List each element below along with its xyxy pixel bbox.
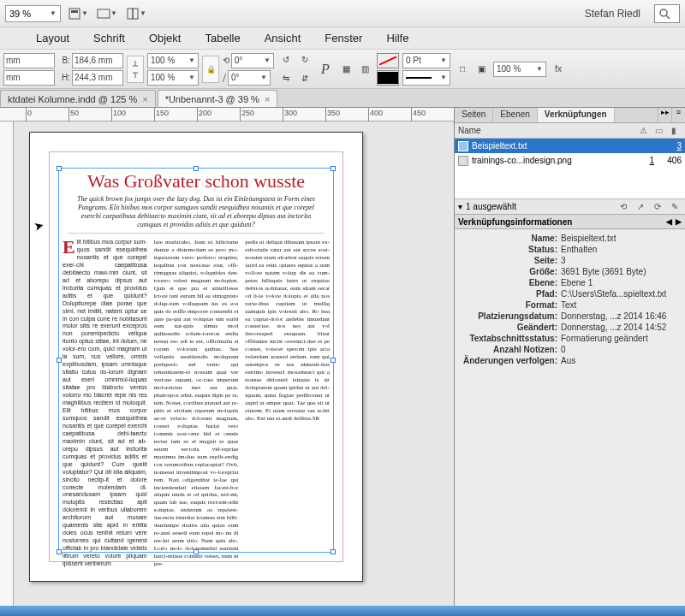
- info-value: Beispieltext.txt: [561, 234, 682, 243]
- x-unit-field[interactable]: mm: [3, 53, 55, 68]
- info-row: Platzierungsdatum:Donnerstag, ...z 2014 …: [458, 311, 682, 322]
- arrange-button[interactable]: ▼: [124, 3, 148, 24]
- container-align-button[interactable]: ▦: [337, 61, 354, 78]
- y-unit-field[interactable]: mm: [3, 70, 55, 86]
- flip-h-button[interactable]: ⇋: [277, 70, 295, 87]
- fill-swatch[interactable]: [377, 53, 399, 68]
- panel-menu-icon[interactable]: ≡: [671, 108, 685, 122]
- info-key: Seite:: [458, 256, 561, 265]
- tab-ebenen[interactable]: Ebenen: [493, 108, 537, 122]
- link-row-selected[interactable]: Beispieltext.txt 3: [455, 139, 685, 153]
- width-field[interactable]: 184,6 mm: [72, 53, 123, 68]
- menu-fenster[interactable]: Fenster: [316, 28, 371, 48]
- horizontal-ruler[interactable]: 050100150200250300350400450500: [0, 108, 454, 121]
- windows-taskbar[interactable]: [0, 606, 685, 616]
- column-2: late mudacabo. Itam ut hilictume duntar …: [154, 239, 239, 568]
- resize-handle[interactable]: [331, 549, 336, 554]
- close-icon[interactable]: ×: [265, 94, 270, 104]
- rotate-ccw-button[interactable]: ↺: [277, 51, 295, 68]
- shear-field[interactable]: 0°▼: [228, 70, 271, 86]
- info-value: Donnerstag, ...z 2014 16:46: [561, 311, 682, 321]
- svg-point-5: [660, 9, 667, 16]
- warning-column-icon[interactable]: ⚠: [635, 126, 651, 135]
- rotate-cw-button[interactable]: ↻: [296, 51, 313, 68]
- scale-lock-button[interactable]: 🔒: [202, 56, 219, 83]
- content-align-button[interactable]: ▥: [356, 61, 373, 78]
- close-icon[interactable]: ×: [142, 94, 147, 104]
- link-info-header[interactable]: Verknüpfungsinformationen ◀ ▶: [455, 214, 685, 229]
- stroke-style-field[interactable]: ▼: [402, 70, 450, 86]
- resize-handle[interactable]: [57, 166, 62, 171]
- height-label: H:: [58, 73, 70, 82]
- link-row[interactable]: trainings-co...indesign.png 1 406: [455, 153, 685, 168]
- menu-layout[interactable]: Layout: [27, 28, 78, 48]
- fx-button[interactable]: fx: [550, 61, 567, 78]
- info-key: Anzahl Notizen:: [458, 345, 561, 354]
- effects-button[interactable]: □: [454, 61, 471, 78]
- info-row: Geändert:Donnerstag, ...z 2014 14:52: [458, 322, 682, 333]
- user-name-label: Stefan Riedl: [585, 8, 640, 20]
- vertical-ruler[interactable]: [0, 121, 14, 616]
- zoom-level-dropdown[interactable]: 39 %▼: [5, 5, 61, 22]
- wrap-button[interactable]: ▣: [473, 61, 490, 78]
- page-column-icon[interactable]: ▭: [651, 126, 666, 135]
- edit-original-button[interactable]: ✎: [668, 201, 682, 213]
- panel-tabbar: Seiten Ebenen Verknüpfungen ▸▸ ≡: [455, 108, 685, 123]
- screen-mode-button[interactable]: ▼: [95, 3, 119, 24]
- paragraph-style-button[interactable]: P: [317, 61, 334, 78]
- constrain-proportions-button[interactable]: [127, 56, 144, 83]
- svg-rect-4: [133, 9, 138, 19]
- goto-link-button[interactable]: ↗: [634, 201, 647, 213]
- menu-tabelle[interactable]: Tabelle: [196, 28, 248, 48]
- tab-seiten[interactable]: Seiten: [455, 108, 493, 122]
- opacity-field[interactable]: 100 %▼: [493, 62, 546, 77]
- update-link-button[interactable]: ⟳: [651, 201, 664, 213]
- scale-y-field[interactable]: 100 %▼: [147, 70, 199, 86]
- info-value: Formatierung geändert: [561, 334, 682, 343]
- view-options-button[interactable]: ▼: [66, 3, 90, 24]
- flip-v-button[interactable]: ⇵: [296, 70, 313, 87]
- menu-edit[interactable]: [3, 35, 21, 42]
- doctab-unbenannt[interactable]: *Unbenannt-3 @ 39 %×: [158, 90, 278, 107]
- prev-link-button[interactable]: ◀: [666, 217, 672, 226]
- menu-schrift[interactable]: Schrift: [85, 28, 134, 48]
- doctab-kolumne[interactable]: ktdatei Kolumne.indd @ 125 %×: [0, 90, 156, 107]
- height-field[interactable]: 244,3 mm: [72, 70, 123, 86]
- menu-objekt[interactable]: Objekt: [140, 28, 190, 48]
- page: Was Großvater schon wusste The quick bro…: [29, 132, 363, 582]
- rotation-field[interactable]: 0°▼: [231, 53, 274, 68]
- column-name-header[interactable]: Name: [458, 126, 481, 135]
- dropcap: E: [63, 239, 77, 255]
- scale-x-field[interactable]: 100 %▼: [147, 53, 199, 68]
- info-row: Seite:3: [458, 255, 682, 266]
- search-input[interactable]: [654, 4, 680, 23]
- collapse-icon[interactable]: ▸▸: [658, 108, 671, 122]
- count-column-icon[interactable]: ▮: [666, 126, 682, 135]
- info-value: Donnerstag, ...z 2014 14:52: [561, 323, 682, 332]
- links-list[interactable]: Beispieltext.txt 3 trainings-co...indesi…: [455, 139, 685, 198]
- menu-ansicht[interactable]: Ansicht: [256, 28, 310, 48]
- info-key: Name:: [458, 234, 561, 243]
- menu-hilfe[interactable]: Hilfe: [378, 28, 417, 48]
- resize-handle[interactable]: [194, 166, 199, 171]
- next-link-button[interactable]: ▶: [676, 217, 682, 226]
- chevron-down-icon[interactable]: ▾: [458, 202, 462, 211]
- info-row: Änderungen verfolgen:Aus: [458, 355, 682, 366]
- document-canvas[interactable]: 050100150200250300350400450500 Was Großv…: [0, 108, 454, 616]
- info-row: Anzahl Notizen:0: [458, 344, 682, 355]
- stroke-swatch[interactable]: [377, 70, 399, 86]
- resize-handle[interactable]: [57, 358, 62, 363]
- info-value: Text: [561, 300, 682, 310]
- resize-handle[interactable]: [57, 549, 62, 554]
- relink-button[interactable]: ⟲: [616, 201, 630, 213]
- resize-handle[interactable]: [331, 358, 336, 363]
- app-topbar: 39 %▼ ▼ ▼ ▼ Stefan Riedl: [0, 0, 685, 27]
- stroke-weight-field[interactable]: 0 Pt▼: [402, 53, 450, 68]
- text-frame-selected[interactable]: Was Großvater schon wusste The quick bro…: [58, 168, 334, 553]
- width-label: B:: [58, 56, 70, 65]
- search-icon: [658, 8, 670, 20]
- resize-handle[interactable]: [331, 166, 336, 171]
- tab-verknuepfungen[interactable]: Verknüpfungen: [538, 108, 615, 122]
- resize-handle[interactable]: [194, 549, 199, 554]
- info-value: 3691 Byte (3691 Byte): [561, 267, 682, 276]
